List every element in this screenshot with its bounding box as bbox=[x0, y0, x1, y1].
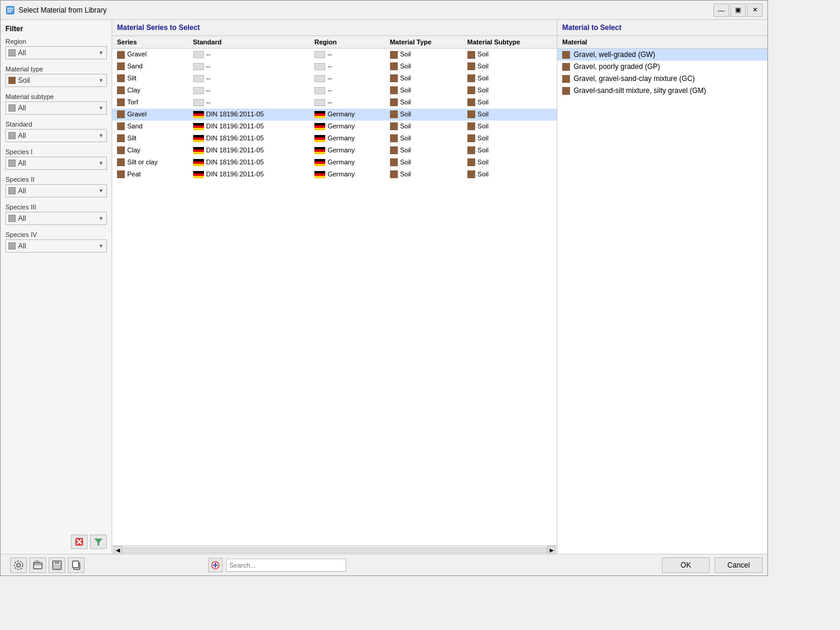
region-group: Region All ▼ bbox=[5, 38, 107, 59]
series-table[interactable]: Series Standard Region Material Type Mat… bbox=[112, 36, 557, 545]
save-icon bbox=[52, 560, 62, 571]
standard-icon bbox=[8, 132, 16, 139]
dialog-buttons: OK Cancel bbox=[662, 557, 763, 573]
title-bar-left: Select Material from Library bbox=[5, 5, 107, 15]
material-type-label: Material type bbox=[5, 65, 107, 73]
species2-icon bbox=[8, 187, 16, 194]
region-arrow-icon: ▼ bbox=[98, 50, 104, 56]
material-subtype-value: All bbox=[18, 104, 98, 112]
species3-group: Species III All ▼ bbox=[5, 203, 107, 225]
svg-point-9 bbox=[14, 561, 23, 569]
species1-icon bbox=[8, 160, 16, 167]
species2-group: Species II All ▼ bbox=[5, 176, 107, 197]
settings-button[interactable] bbox=[10, 557, 27, 573]
material-item-icon bbox=[562, 51, 570, 59]
material-subtype-arrow-icon: ▼ bbox=[98, 105, 104, 111]
horizontal-scrollbar[interactable]: ◀ ▶ bbox=[112, 545, 557, 554]
standard-label: Standard bbox=[5, 121, 107, 128]
list-item[interactable]: Gravel, gravel-sand-clay mixture (GC) bbox=[557, 73, 767, 85]
clear-filter-button[interactable] bbox=[71, 535, 88, 549]
open-button[interactable] bbox=[29, 557, 46, 573]
bottom-icons bbox=[5, 557, 89, 573]
species4-group: Species IV All ▼ bbox=[5, 231, 107, 253]
table-row[interactable]: Silt or clayDIN 18196:2011-05GermanySoil… bbox=[112, 157, 557, 169]
material-type-select[interactable]: Soil ▼ bbox=[5, 74, 107, 87]
cancel-button[interactable]: Cancel bbox=[715, 557, 763, 573]
scroll-track[interactable] bbox=[122, 547, 547, 553]
species4-icon bbox=[8, 242, 16, 250]
title-bar: Select Material from Library — ▣ ✕ bbox=[1, 1, 767, 20]
material-type-value: Soil bbox=[18, 76, 98, 85]
table-row[interactable]: SandDIN 18196:2011-05GermanySoilSoil bbox=[112, 121, 557, 133]
material-list[interactable]: Gravel, well-graded (GW)Gravel, poorly g… bbox=[557, 49, 767, 554]
table-row[interactable]: Torf----SoilSoil bbox=[112, 97, 557, 109]
search-add-button[interactable] bbox=[208, 558, 223, 572]
open-icon bbox=[32, 560, 43, 571]
material-subtype-select[interactable]: All ▼ bbox=[5, 101, 107, 115]
title-bar-buttons: — ▣ ✕ bbox=[713, 4, 763, 17]
search-area bbox=[94, 558, 657, 572]
settings-icon bbox=[13, 560, 24, 571]
species3-value: All bbox=[18, 214, 98, 223]
svg-marker-7 bbox=[95, 539, 102, 545]
species1-value: All bbox=[18, 159, 98, 167]
standard-value: All bbox=[18, 131, 98, 140]
table-row[interactable]: Clay----SoilSoil bbox=[112, 85, 557, 97]
ok-button[interactable]: OK bbox=[662, 557, 710, 573]
material-item-name: Gravel, well-graded (GW) bbox=[574, 50, 655, 59]
species2-select[interactable]: All ▼ bbox=[5, 184, 107, 197]
standard-col-header: Standard bbox=[188, 36, 310, 49]
region-label: Region bbox=[5, 38, 107, 45]
table-row[interactable]: PeatDIN 18196:2011-05GermanySoilSoil bbox=[112, 169, 557, 181]
species2-value: All bbox=[18, 187, 98, 195]
list-item[interactable]: Gravel, poorly graded (GP) bbox=[557, 61, 767, 73]
scroll-right-button[interactable]: ▶ bbox=[547, 546, 556, 554]
material-panel-header: Material to Select bbox=[557, 20, 767, 36]
copy-button[interactable] bbox=[68, 557, 85, 573]
table-row[interactable]: Silt----SoilSoil bbox=[112, 73, 557, 85]
material-item-name: Gravel-sand-silt mixture, silty gravel (… bbox=[574, 86, 706, 95]
close-button[interactable]: ✕ bbox=[747, 4, 763, 17]
list-item[interactable]: Gravel-sand-silt mixture, silty gravel (… bbox=[557, 85, 767, 97]
region-icon bbox=[8, 49, 16, 56]
dialog-title: Select Material from Library bbox=[19, 6, 107, 14]
filter-icon bbox=[94, 537, 103, 547]
table-row[interactable]: Sand----SoilSoil bbox=[112, 61, 557, 73]
standard-select[interactable]: All ▼ bbox=[5, 129, 107, 142]
svg-point-8 bbox=[17, 563, 20, 567]
search-input[interactable] bbox=[226, 559, 346, 572]
species1-select[interactable]: All ▼ bbox=[5, 157, 107, 170]
maximize-button[interactable]: ▣ bbox=[730, 4, 746, 17]
species4-value: All bbox=[18, 242, 98, 250]
species4-select[interactable]: All ▼ bbox=[5, 239, 107, 253]
species3-select[interactable]: All ▼ bbox=[5, 212, 107, 225]
species3-label: Species III bbox=[5, 203, 107, 211]
material-type-icon bbox=[8, 77, 16, 84]
dialog-icon bbox=[5, 5, 15, 15]
table-row[interactable]: GravelDIN 18196:2011-05GermanySoilSoil bbox=[112, 109, 557, 121]
table-row[interactable]: ClayDIN 18196:2011-05GermanySoilSoil bbox=[112, 145, 557, 157]
series-table-body: Gravel----SoilSoilSand----SoilSoilSilt--… bbox=[112, 49, 557, 181]
filter-title: Filter bbox=[5, 25, 107, 33]
region-select[interactable]: All ▼ bbox=[5, 46, 107, 59]
minimize-button[interactable]: — bbox=[713, 4, 729, 17]
species3-arrow-icon: ▼ bbox=[98, 215, 104, 221]
series-panel-header: Material Series to Select bbox=[112, 20, 557, 36]
species2-arrow-icon: ▼ bbox=[98, 188, 104, 194]
series-panel: Material Series to Select Series Standar… bbox=[112, 20, 557, 554]
series-table-head: Series Standard Region Material Type Mat… bbox=[112, 36, 557, 49]
scroll-left-button[interactable]: ◀ bbox=[113, 546, 122, 554]
standard-arrow-icon: ▼ bbox=[98, 133, 104, 139]
save-button[interactable] bbox=[49, 557, 65, 573]
filter-button[interactable] bbox=[90, 535, 107, 549]
table-row[interactable]: SiltDIN 18196:2011-05GermanySoilSoil bbox=[112, 133, 557, 145]
material-type-col-header: Material Type bbox=[385, 36, 463, 49]
material-subtype-icon bbox=[8, 104, 16, 112]
list-item[interactable]: Gravel, well-graded (GW) bbox=[557, 49, 767, 61]
svg-rect-10 bbox=[34, 563, 42, 569]
material-item-icon bbox=[562, 87, 570, 95]
material-item-icon bbox=[562, 63, 570, 71]
table-row[interactable]: Gravel----SoilSoil bbox=[112, 49, 557, 61]
material-panel: Material to Select Material Gravel, well… bbox=[557, 20, 767, 554]
material-subtype-label: Material subtype bbox=[5, 93, 107, 100]
